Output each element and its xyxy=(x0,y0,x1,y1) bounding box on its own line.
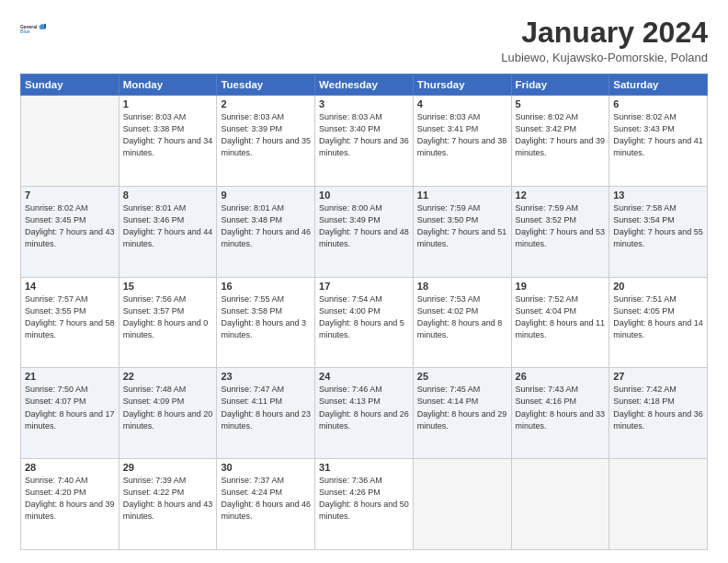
day-info: Sunrise: 7:45 AMSunset: 4:14 PMDaylight:… xyxy=(417,384,507,431)
logo-icon: General Blue xyxy=(20,17,46,42)
calendar-day-cell: 17Sunrise: 7:54 AMSunset: 4:00 PMDayligh… xyxy=(315,277,414,368)
day-number: 17 xyxy=(319,281,409,292)
day-info: Sunrise: 7:59 AMSunset: 3:50 PMDaylight:… xyxy=(417,202,507,250)
day-info: Sunrise: 7:55 AMSunset: 3:58 PMDaylight:… xyxy=(221,293,311,341)
day-info: Sunrise: 8:03 AMSunset: 3:40 PMDaylight:… xyxy=(319,111,409,159)
col-friday: Friday xyxy=(511,75,609,96)
calendar-day-cell: 20Sunrise: 7:51 AMSunset: 4:05 PMDayligh… xyxy=(609,277,708,368)
title-block: January 2024 Lubiewo, Kujawsko-Pomorskie… xyxy=(501,17,708,64)
day-number: 2 xyxy=(221,98,311,109)
calendar-day-cell: 2Sunrise: 8:03 AMSunset: 3:39 PMDaylight… xyxy=(217,96,315,187)
location: Lubiewo, Kujawsko-Pomorskie, Poland xyxy=(501,51,708,64)
day-number: 6 xyxy=(613,98,703,109)
calendar-day-cell: 7Sunrise: 8:02 AMSunset: 3:45 PMDaylight… xyxy=(21,186,119,277)
day-number: 16 xyxy=(221,281,311,292)
day-info: Sunrise: 8:00 AMSunset: 3:49 PMDaylight:… xyxy=(319,202,409,250)
day-number: 3 xyxy=(319,98,409,109)
svg-marker-3 xyxy=(44,24,46,29)
calendar-day-cell: 4Sunrise: 8:03 AMSunset: 3:41 PMDaylight… xyxy=(413,96,511,187)
col-monday: Monday xyxy=(119,75,217,96)
calendar-day-cell xyxy=(413,459,511,550)
calendar-week-row: 14Sunrise: 7:57 AMSunset: 3:55 PMDayligh… xyxy=(21,277,708,368)
logo: General Blue General Blue xyxy=(20,17,46,42)
day-info: Sunrise: 8:02 AMSunset: 3:45 PMDaylight:… xyxy=(25,202,115,250)
day-number: 30 xyxy=(221,462,311,473)
day-number: 1 xyxy=(123,98,213,109)
svg-text:General: General xyxy=(20,25,38,29)
day-number: 28 xyxy=(25,462,115,473)
day-info: Sunrise: 8:03 AMSunset: 3:38 PMDaylight:… xyxy=(123,111,213,159)
calendar-day-cell: 21Sunrise: 7:50 AMSunset: 4:07 PMDayligh… xyxy=(21,368,119,459)
page: General Blue General Blue January 2024 L… xyxy=(0,0,728,563)
day-info: Sunrise: 8:03 AMSunset: 3:41 PMDaylight:… xyxy=(417,111,507,159)
calendar-day-cell: 15Sunrise: 7:56 AMSunset: 3:57 PMDayligh… xyxy=(119,277,217,368)
day-info: Sunrise: 7:59 AMSunset: 3:52 PMDaylight:… xyxy=(516,202,606,250)
day-info: Sunrise: 7:58 AMSunset: 3:54 PMDaylight:… xyxy=(613,202,703,250)
day-number: 26 xyxy=(516,371,606,382)
calendar-day-cell: 9Sunrise: 8:01 AMSunset: 3:48 PMDaylight… xyxy=(217,186,315,277)
day-info: Sunrise: 7:53 AMSunset: 4:02 PMDaylight:… xyxy=(417,293,507,341)
header: General Blue General Blue January 2024 L… xyxy=(20,17,708,64)
day-info: Sunrise: 7:37 AMSunset: 4:24 PMDaylight:… xyxy=(221,475,311,523)
day-number: 10 xyxy=(319,190,409,201)
day-info: Sunrise: 8:03 AMSunset: 3:39 PMDaylight:… xyxy=(221,111,311,159)
day-info: Sunrise: 7:46 AMSunset: 4:13 PMDaylight:… xyxy=(319,384,409,431)
day-number: 7 xyxy=(25,190,115,201)
col-thursday: Thursday xyxy=(413,75,511,96)
day-number: 9 xyxy=(221,190,311,201)
day-number: 24 xyxy=(319,371,409,382)
day-info: Sunrise: 7:48 AMSunset: 4:09 PMDaylight:… xyxy=(123,384,213,431)
calendar-day-cell xyxy=(511,459,609,550)
calendar-day-cell: 16Sunrise: 7:55 AMSunset: 3:58 PMDayligh… xyxy=(217,277,315,368)
day-info: Sunrise: 7:40 AMSunset: 4:20 PMDaylight:… xyxy=(25,475,115,523)
day-number: 5 xyxy=(516,98,606,109)
calendar-day-cell: 6Sunrise: 8:02 AMSunset: 3:43 PMDaylight… xyxy=(609,96,708,187)
col-tuesday: Tuesday xyxy=(217,75,315,96)
day-info: Sunrise: 8:01 AMSunset: 3:48 PMDaylight:… xyxy=(221,202,311,250)
calendar-day-cell: 3Sunrise: 8:03 AMSunset: 3:40 PMDaylight… xyxy=(315,96,414,187)
day-number: 14 xyxy=(25,281,115,292)
calendar-day-cell: 12Sunrise: 7:59 AMSunset: 3:52 PMDayligh… xyxy=(511,186,609,277)
col-saturday: Saturday xyxy=(609,75,708,96)
day-number: 8 xyxy=(123,190,213,201)
day-number: 20 xyxy=(613,281,703,292)
day-info: Sunrise: 7:36 AMSunset: 4:26 PMDaylight:… xyxy=(319,475,409,523)
day-number: 15 xyxy=(123,281,213,292)
calendar-day-cell: 11Sunrise: 7:59 AMSunset: 3:50 PMDayligh… xyxy=(413,186,511,277)
calendar-week-row: 28Sunrise: 7:40 AMSunset: 4:20 PMDayligh… xyxy=(21,459,708,550)
calendar-day-cell: 5Sunrise: 8:02 AMSunset: 3:42 PMDaylight… xyxy=(511,96,609,187)
day-number: 31 xyxy=(319,462,409,473)
day-info: Sunrise: 8:02 AMSunset: 3:42 PMDaylight:… xyxy=(516,111,606,159)
calendar-day-cell: 14Sunrise: 7:57 AMSunset: 3:55 PMDayligh… xyxy=(21,277,119,368)
calendar-day-cell xyxy=(21,96,119,187)
calendar-day-cell: 26Sunrise: 7:43 AMSunset: 4:16 PMDayligh… xyxy=(511,368,609,459)
svg-text:Blue: Blue xyxy=(20,29,30,34)
calendar-day-cell: 24Sunrise: 7:46 AMSunset: 4:13 PMDayligh… xyxy=(315,368,414,459)
calendar-day-cell: 28Sunrise: 7:40 AMSunset: 4:20 PMDayligh… xyxy=(21,459,119,550)
calendar-day-cell: 27Sunrise: 7:42 AMSunset: 4:18 PMDayligh… xyxy=(609,368,708,459)
day-number: 22 xyxy=(123,371,213,382)
calendar-day-cell: 19Sunrise: 7:52 AMSunset: 4:04 PMDayligh… xyxy=(511,277,609,368)
month-title: January 2024 xyxy=(501,17,708,49)
day-info: Sunrise: 7:50 AMSunset: 4:07 PMDaylight:… xyxy=(25,384,115,431)
day-number: 18 xyxy=(417,281,507,292)
day-info: Sunrise: 7:57 AMSunset: 3:55 PMDaylight:… xyxy=(25,293,115,341)
calendar-day-cell: 23Sunrise: 7:47 AMSunset: 4:11 PMDayligh… xyxy=(217,368,315,459)
day-info: Sunrise: 8:01 AMSunset: 3:46 PMDaylight:… xyxy=(123,202,213,250)
day-info: Sunrise: 8:02 AMSunset: 3:43 PMDaylight:… xyxy=(613,111,703,159)
day-info: Sunrise: 7:52 AMSunset: 4:04 PMDaylight:… xyxy=(516,293,606,341)
day-number: 23 xyxy=(221,371,311,382)
calendar-day-cell: 1Sunrise: 8:03 AMSunset: 3:38 PMDaylight… xyxy=(119,96,217,187)
day-info: Sunrise: 7:54 AMSunset: 4:00 PMDaylight:… xyxy=(319,293,409,341)
day-number: 27 xyxy=(613,371,703,382)
day-number: 21 xyxy=(25,371,115,382)
calendar-table: Sunday Monday Tuesday Wednesday Thursday… xyxy=(20,74,708,550)
day-number: 29 xyxy=(123,462,213,473)
day-number: 13 xyxy=(613,190,703,201)
day-number: 12 xyxy=(516,190,606,201)
day-info: Sunrise: 7:39 AMSunset: 4:22 PMDaylight:… xyxy=(123,475,213,523)
calendar-day-cell: 22Sunrise: 7:48 AMSunset: 4:09 PMDayligh… xyxy=(119,368,217,459)
calendar-day-cell: 31Sunrise: 7:36 AMSunset: 4:26 PMDayligh… xyxy=(315,459,414,550)
day-number: 11 xyxy=(417,190,507,201)
calendar-header-row: Sunday Monday Tuesday Wednesday Thursday… xyxy=(21,75,708,96)
